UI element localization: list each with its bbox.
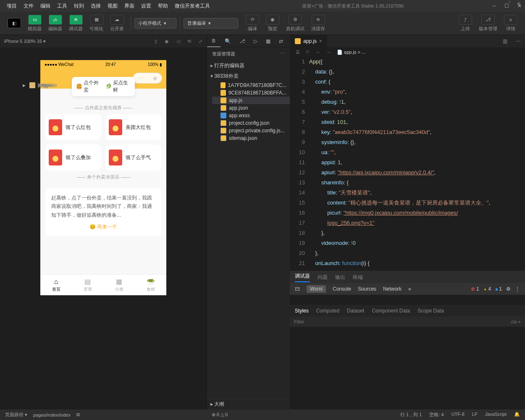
tree-node[interactable]: app.js [212,97,290,104]
tree-node[interactable]: app.json [212,104,290,112]
breadcrumb[interactable]: ☰ ⚐ ← → 📄 app.js > ... [290,47,525,57]
menu-item[interactable]: 帮助 [155,1,171,11]
tabbar-item[interactable]: ▦分类 [103,275,135,295]
more-icon[interactable]: ⋯ [512,38,525,44]
tree-node[interactable]: app.wxss [212,112,290,119]
menu-item[interactable]: 界面 [121,1,138,11]
compile-button[interactable]: ⟳编译 [242,13,262,33]
debug-icon[interactable]: ▷ [249,38,262,44]
forward-icon[interactable]: → [326,50,331,55]
dbg-tab[interactable]: 输出 [335,274,345,281]
tree-node[interactable]: project.config.json [212,119,290,127]
more-icon[interactable]: ⇄ [275,38,287,44]
menu-item[interactable]: 微信开发者工具 [171,1,213,11]
clouddev-button[interactable]: ☁云开发 [107,13,127,33]
git-icon[interactable]: ⎇ [235,38,249,44]
menu-item[interactable]: 项目 [3,1,20,11]
coupon-card[interactable]: 饿了么手气 [105,144,161,171]
tree-node[interactable]: 1A7FD9A7867180BF7C... [212,81,290,89]
style-tab[interactable]: Scope Data [417,308,444,314]
dbg-tab[interactable]: 问题 [318,274,328,281]
inspect-icon[interactable]: ⮹ [295,286,300,292]
coupon-card[interactable]: 饿了么红包 [45,114,101,140]
bookmark-icon[interactable]: ⚐ [306,50,310,55]
phone-simulator[interactable]: ●●●●● WeChat 20:47 100% ▮ ⋯◉ 🍔点个外卖 🥬买点生鲜… [40,60,166,295]
visualize-button[interactable]: ▦可视化 [86,13,107,33]
tree-node[interactable]: sitemap.json [212,134,290,142]
list-icon[interactable]: ☰ [296,50,300,55]
capsule-button[interactable]: ⋯◉ [133,73,162,84]
ext-icon[interactable]: ▦ [262,38,275,44]
simulator-button[interactable]: ▭模拟器 [24,13,45,33]
back-icon[interactable]: ← [316,50,320,55]
realdebug-button[interactable]: ⚙真机调试 [283,13,308,33]
menubar: 项目文件编辑工具转到选择视图界面设置帮助微信开发者工具 [3,1,213,11]
code-editor[interactable]: 123456789101112131415161718192021 App({ … [290,57,525,271]
compile-select[interactable]: 普通编译▾ [184,18,238,29]
network-tab[interactable]: Network [383,286,402,292]
preview-button[interactable]: ◉预览 [262,13,283,33]
outline-section[interactable]: 大纲 [207,399,290,410]
rotate-icon[interactable]: ⟲ [187,39,191,44]
tabbar-item[interactable]: 🥗食材 [135,275,166,295]
menu-item[interactable]: 选择 [87,1,104,11]
style-tab[interactable]: Computed [316,308,339,314]
debugger-button[interactable]: ≋调试器 [66,13,86,33]
tree-node[interactable]: utils [19,81,50,89]
header-tabs[interactable]: 🍔点个外卖 🥬买点生鲜 [72,77,135,96]
device-select[interactable]: iPhone 5 100% 16 ▾ [4,39,46,44]
bell-icon[interactable]: 🔔 [514,412,520,418]
again-button[interactable]: 😊 再来一个 [51,223,155,231]
device-icon[interactable]: ▯ [155,39,157,44]
style-tab[interactable]: Styles [295,308,309,314]
details-button[interactable]: ≡详情 [501,13,521,33]
more-icon[interactable]: ⋮ [515,286,520,292]
upload-button[interactable]: ⤴上传 [455,13,475,33]
more-icon[interactable]: ⋯ [280,51,285,57]
tabbar-item[interactable]: ⌂首页 [40,275,72,295]
menu-item[interactable]: 编辑 [37,1,54,11]
app-icon[interactable]: ◧ [4,17,24,29]
sources-tab[interactable]: Sources [358,286,376,292]
style-tab[interactable]: Component Data [372,308,410,314]
collapse-icon[interactable]: ˄ [508,1,511,7]
style-tab[interactable]: Dataset [347,308,364,314]
tabbar-item[interactable]: ▤菜谱 [72,275,103,295]
menu-item[interactable]: 文件 [20,1,37,11]
menu-item[interactable]: 转到 [71,1,87,11]
clearcache-button[interactable]: ≋清缓存 [308,13,328,33]
coupon-card[interactable]: 饿了么叠加 [45,144,101,171]
mode-select[interactable]: 小程序模式▾ [134,18,176,29]
version-button[interactable]: ⎇版本管理 [475,13,501,33]
filter-input[interactable]: Filter [294,319,304,324]
overflow-icon[interactable]: » [408,286,411,292]
minimize-icon[interactable]: ─ [492,3,496,9]
editor-button[interactable]: ‹/›编辑器 [45,13,66,33]
wxml-tab[interactable]: Wxml [307,285,326,293]
dbg-tab[interactable]: 终端 [353,274,363,281]
close-tab-icon[interactable]: × [319,38,322,44]
path-label[interactable]: 页面路径 ▾ [5,412,27,418]
close-panel-icon[interactable]: ✕ [517,1,521,7]
toolbar: ◧ ▭模拟器 ‹/›编辑器 ≋调试器 ▦可视化 ☁云开发 小程序模式▾ 普通编译… [0,12,525,35]
split-icon[interactable]: ▥ [499,38,512,44]
mute-icon[interactable]: ◁ [176,39,180,44]
menu-item[interactable]: 设置 [138,1,155,11]
page-path[interactable]: pages/index/index [33,412,71,417]
menu-item[interactable]: 工具 [54,1,71,11]
expand-icon[interactable]: ⤢ [199,39,202,44]
search-icon[interactable]: 🔍 [220,38,235,44]
copy-icon[interactable]: ⧉ [76,412,80,417]
tree-node[interactable]: project.private.config.js... [212,127,290,134]
section-project[interactable]: 38338外卖 [207,71,290,81]
coupon-card[interactable]: 美团大红包 [105,114,161,140]
record-icon[interactable]: ◉ [165,39,169,44]
dbg-tab[interactable]: 调试器 [295,273,310,282]
files-icon[interactable]: 🗎 [207,35,220,47]
tree-node[interactable]: 9CE874B1867180BFFA... [212,89,290,97]
settings-icon[interactable]: ⚙ [506,286,511,292]
console-tab[interactable]: Console [333,286,351,292]
section-open-editors[interactable]: 打开的编辑器 [207,60,290,71]
file-tab[interactable]: app.js× [290,35,328,47]
menu-item[interactable]: 视图 [104,1,121,11]
